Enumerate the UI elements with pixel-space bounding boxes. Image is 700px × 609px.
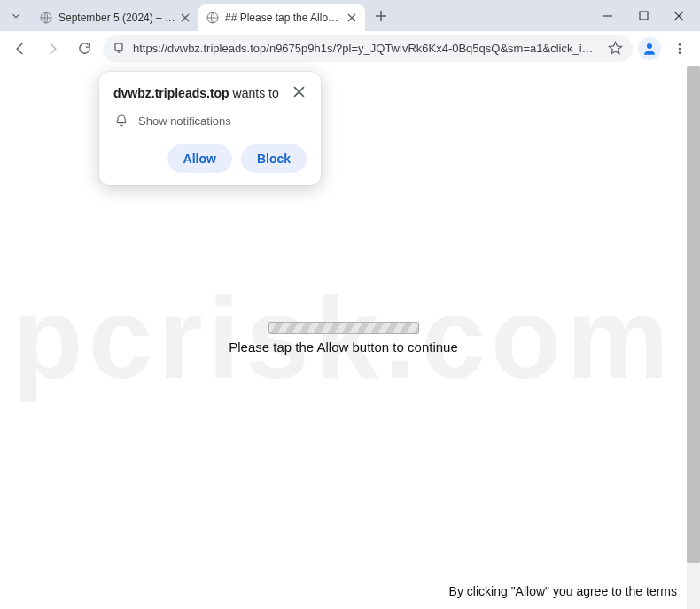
tab-1-title: September 5 (2024) – YTS - Do… bbox=[58, 12, 179, 24]
prompt-buttons: Allow Block bbox=[113, 144, 307, 173]
svg-point-5 bbox=[679, 43, 681, 46]
toolbar: https://dvwbz.tripleads.top/n9675p9h1s/?… bbox=[0, 31, 700, 66]
tab-2[interactable]: ## Please tap the Allow button bbox=[198, 4, 365, 31]
svg-point-7 bbox=[679, 51, 681, 54]
svg-rect-3 bbox=[115, 43, 122, 51]
globe-icon bbox=[39, 11, 53, 25]
titlebar: September 5 (2024) – YTS - Do… ## Please… bbox=[0, 0, 700, 31]
notification-permission-prompt: dvwbz.tripleads.top wants to Show notifi… bbox=[99, 72, 321, 185]
svg-point-6 bbox=[679, 47, 681, 50]
forward-button bbox=[39, 35, 66, 62]
site-info-icon[interactable] bbox=[112, 42, 126, 56]
terms-link[interactable]: terms bbox=[646, 584, 677, 598]
tab-2-close-icon[interactable] bbox=[346, 12, 358, 24]
block-button[interactable]: Block bbox=[241, 144, 307, 173]
svg-point-4 bbox=[647, 43, 652, 49]
tab-search-button[interactable] bbox=[4, 4, 28, 28]
fake-progress-bar bbox=[268, 322, 419, 334]
prompt-permission-row: Show notifications bbox=[113, 113, 307, 129]
svg-rect-2 bbox=[640, 12, 648, 20]
tab-1-close-icon[interactable] bbox=[179, 12, 191, 24]
prompt-wants-to: wants to bbox=[229, 86, 279, 100]
new-tab-button[interactable] bbox=[369, 4, 393, 28]
bookmark-star-icon[interactable] bbox=[606, 41, 624, 56]
reload-button[interactable] bbox=[71, 35, 97, 62]
tab-strip: September 5 (2024) – YTS - Do… ## Please… bbox=[32, 0, 365, 31]
instruction-text: Please tap the Allow button to continue bbox=[229, 340, 458, 355]
bell-icon bbox=[113, 113, 129, 129]
tab-2-title: ## Please tap the Allow button bbox=[225, 12, 346, 24]
prompt-header: dvwbz.tripleads.top wants to bbox=[113, 86, 307, 100]
scrollbar-track[interactable] bbox=[687, 66, 700, 609]
address-bar[interactable]: https://dvwbz.tripleads.top/n9675p9h1s/?… bbox=[103, 35, 633, 62]
prompt-permission-label: Show notifications bbox=[138, 114, 231, 128]
prompt-origin: dvwbz.tripleads.top bbox=[113, 86, 229, 100]
profile-button[interactable] bbox=[638, 37, 661, 60]
scrollbar-thumb[interactable] bbox=[687, 66, 700, 563]
prompt-title: dvwbz.tripleads.top wants to bbox=[113, 86, 279, 100]
window-controls bbox=[590, 0, 696, 31]
prompt-close-icon[interactable] bbox=[291, 86, 307, 100]
window-close-button[interactable] bbox=[661, 3, 696, 29]
allow-button[interactable]: Allow bbox=[167, 144, 232, 173]
menu-button[interactable] bbox=[666, 35, 693, 62]
footer-text: By clicking "Allow" you agree to the ter… bbox=[449, 584, 677, 598]
window-maximize-button[interactable] bbox=[626, 3, 661, 29]
globe-icon bbox=[206, 11, 220, 25]
tab-1[interactable]: September 5 (2024) – YTS - Do… bbox=[32, 4, 198, 31]
back-button[interactable] bbox=[7, 35, 34, 62]
url-text: https://dvwbz.tripleads.top/n9675p9h1s/?… bbox=[133, 42, 599, 55]
footer-prefix: By clicking "Allow" you agree to the bbox=[449, 584, 646, 598]
window-minimize-button[interactable] bbox=[590, 3, 626, 29]
